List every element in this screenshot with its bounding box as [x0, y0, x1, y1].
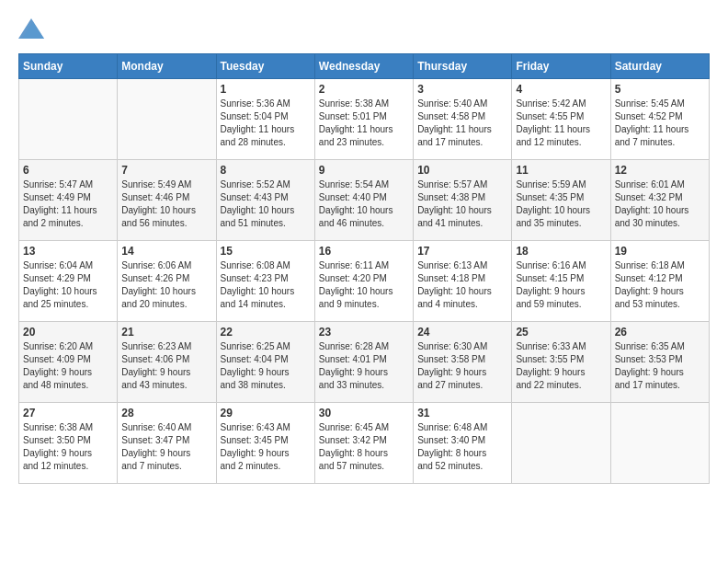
day-number: 2 — [319, 83, 409, 96]
day-content: Sunrise: 6:06 AMSunset: 4:26 PMDaylight:… — [121, 259, 211, 311]
day-content: Sunrise: 6:45 AMSunset: 3:42 PMDaylight:… — [319, 421, 409, 473]
calendar-cell: 23Sunrise: 6:28 AMSunset: 4:01 PMDayligh… — [314, 322, 413, 403]
calendar-cell: 13Sunrise: 6:04 AMSunset: 4:29 PMDayligh… — [19, 241, 118, 322]
calendar-cell: 17Sunrise: 6:13 AMSunset: 4:18 PMDayligh… — [414, 241, 512, 322]
day-number: 30 — [319, 407, 409, 419]
day-content: Sunrise: 6:28 AMSunset: 4:01 PMDaylight:… — [319, 340, 409, 392]
header-day-tuesday: Tuesday — [216, 54, 314, 79]
day-content: Sunrise: 6:23 AMSunset: 4:06 PMDaylight:… — [121, 340, 211, 392]
calendar-cell: 30Sunrise: 6:45 AMSunset: 3:42 PMDayligh… — [314, 403, 413, 484]
calendar-cell: 9Sunrise: 5:54 AMSunset: 4:40 PMDaylight… — [314, 160, 413, 241]
calendar-cell: 16Sunrise: 6:11 AMSunset: 4:20 PMDayligh… — [314, 241, 413, 322]
calendar-cell: 29Sunrise: 6:43 AMSunset: 3:45 PMDayligh… — [216, 403, 314, 484]
day-content: Sunrise: 6:18 AMSunset: 4:12 PMDaylight:… — [615, 259, 705, 311]
day-content: Sunrise: 5:36 AMSunset: 5:04 PMDaylight:… — [221, 98, 311, 149]
day-number: 3 — [417, 83, 507, 96]
calendar-cell: 7Sunrise: 5:49 AMSunset: 4:46 PMDaylight… — [118, 160, 216, 241]
calendar-cell: 5Sunrise: 5:45 AMSunset: 4:52 PMDaylight… — [610, 79, 709, 160]
calendar-cell: 12Sunrise: 6:01 AMSunset: 4:32 PMDayligh… — [610, 160, 709, 241]
calendar-week-row: 6Sunrise: 5:47 AMSunset: 4:49 PMDaylight… — [19, 160, 710, 241]
calendar-cell: 26Sunrise: 6:35 AMSunset: 3:53 PMDayligh… — [610, 322, 709, 403]
calendar-cell: 20Sunrise: 6:20 AMSunset: 4:09 PMDayligh… — [19, 322, 118, 403]
calendar-cell: 3Sunrise: 5:40 AMSunset: 4:58 PMDaylight… — [414, 79, 512, 160]
day-content: Sunrise: 6:40 AMSunset: 3:47 PMDaylight:… — [121, 421, 211, 473]
day-content: Sunrise: 5:52 AMSunset: 4:43 PMDaylight:… — [221, 178, 311, 230]
header-day-saturday: Saturday — [610, 54, 709, 79]
day-number: 8 — [221, 164, 311, 177]
day-content: Sunrise: 6:11 AMSunset: 4:20 PMDaylight:… — [319, 259, 409, 311]
calendar-cell: 21Sunrise: 6:23 AMSunset: 4:06 PMDayligh… — [118, 322, 216, 403]
day-number: 20 — [23, 326, 113, 339]
day-content: Sunrise: 6:43 AMSunset: 3:45 PMDaylight:… — [221, 421, 311, 473]
day-number: 10 — [417, 164, 507, 177]
day-content: Sunrise: 5:57 AMSunset: 4:38 PMDaylight:… — [417, 178, 507, 230]
day-content: Sunrise: 6:04 AMSunset: 4:29 PMDaylight:… — [23, 259, 113, 311]
calendar-cell: 18Sunrise: 6:16 AMSunset: 4:15 PMDayligh… — [512, 241, 610, 322]
header-day-monday: Monday — [118, 54, 216, 79]
calendar-cell: 19Sunrise: 6:18 AMSunset: 4:12 PMDayligh… — [610, 241, 709, 322]
day-number: 13 — [23, 245, 113, 258]
day-content: Sunrise: 6:38 AMSunset: 3:50 PMDaylight:… — [23, 421, 113, 473]
calendar-cell: 11Sunrise: 5:59 AMSunset: 4:35 PMDayligh… — [512, 160, 610, 241]
day-content: Sunrise: 6:01 AMSunset: 4:32 PMDaylight:… — [615, 178, 705, 230]
header-day-sunday: Sunday — [19, 54, 118, 79]
day-content: Sunrise: 6:20 AMSunset: 4:09 PMDaylight:… — [23, 340, 113, 392]
day-number: 21 — [121, 326, 211, 339]
day-number: 29 — [221, 407, 311, 419]
calendar-cell: 22Sunrise: 6:25 AMSunset: 4:04 PMDayligh… — [216, 322, 314, 403]
calendar-cell — [610, 403, 709, 484]
calendar-cell: 10Sunrise: 5:57 AMSunset: 4:38 PMDayligh… — [414, 160, 512, 241]
day-content: Sunrise: 6:08 AMSunset: 4:23 PMDaylight:… — [221, 259, 311, 311]
calendar-cell — [118, 79, 216, 160]
day-content: Sunrise: 6:13 AMSunset: 4:18 PMDaylight:… — [417, 259, 507, 311]
logo-icon — [18, 18, 44, 39]
calendar-cell: 14Sunrise: 6:06 AMSunset: 4:26 PMDayligh… — [118, 241, 216, 322]
calendar-cell — [19, 79, 118, 160]
day-content: Sunrise: 6:30 AMSunset: 3:58 PMDaylight:… — [417, 340, 507, 392]
logo — [18, 18, 48, 39]
day-number: 7 — [121, 164, 211, 177]
calendar-week-row: 20Sunrise: 6:20 AMSunset: 4:09 PMDayligh… — [19, 322, 710, 403]
day-number: 28 — [121, 407, 211, 419]
calendar-cell: 6Sunrise: 5:47 AMSunset: 4:49 PMDaylight… — [19, 160, 118, 241]
calendar-cell — [512, 403, 610, 484]
day-content: Sunrise: 5:49 AMSunset: 4:46 PMDaylight:… — [121, 178, 211, 230]
day-number: 18 — [516, 245, 606, 258]
day-number: 14 — [121, 245, 211, 258]
day-content: Sunrise: 5:38 AMSunset: 5:01 PMDaylight:… — [319, 98, 409, 149]
day-content: Sunrise: 5:42 AMSunset: 4:55 PMDaylight:… — [516, 98, 606, 149]
calendar-header-row: SundayMondayTuesdayWednesdayThursdayFrid… — [19, 54, 710, 79]
day-number: 23 — [319, 326, 409, 339]
calendar-cell: 8Sunrise: 5:52 AMSunset: 4:43 PMDaylight… — [216, 160, 314, 241]
day-number: 6 — [23, 164, 113, 177]
day-content: Sunrise: 5:47 AMSunset: 4:49 PMDaylight:… — [23, 178, 113, 230]
day-content: Sunrise: 6:33 AMSunset: 3:55 PMDaylight:… — [516, 340, 606, 392]
day-number: 22 — [221, 326, 311, 339]
calendar-cell: 27Sunrise: 6:38 AMSunset: 3:50 PMDayligh… — [19, 403, 118, 484]
day-number: 1 — [221, 83, 311, 96]
calendar-cell: 4Sunrise: 5:42 AMSunset: 4:55 PMDaylight… — [512, 79, 610, 160]
calendar-week-row: 1Sunrise: 5:36 AMSunset: 5:04 PMDaylight… — [19, 79, 710, 160]
day-number: 27 — [23, 407, 113, 419]
day-number: 16 — [319, 245, 409, 258]
day-number: 4 — [516, 83, 606, 96]
calendar-cell: 24Sunrise: 6:30 AMSunset: 3:58 PMDayligh… — [414, 322, 512, 403]
day-number: 12 — [615, 164, 705, 177]
header-day-wednesday: Wednesday — [314, 54, 413, 79]
day-number: 15 — [221, 245, 311, 258]
day-number: 24 — [417, 326, 507, 339]
calendar-table: SundayMondayTuesdayWednesdayThursdayFrid… — [18, 53, 710, 484]
calendar-week-row: 13Sunrise: 6:04 AMSunset: 4:29 PMDayligh… — [19, 241, 710, 322]
day-content: Sunrise: 6:25 AMSunset: 4:04 PMDaylight:… — [221, 340, 311, 392]
day-content: Sunrise: 5:54 AMSunset: 4:40 PMDaylight:… — [319, 178, 409, 230]
calendar-cell: 31Sunrise: 6:48 AMSunset: 3:40 PMDayligh… — [414, 403, 512, 484]
calendar-cell: 28Sunrise: 6:40 AMSunset: 3:47 PMDayligh… — [118, 403, 216, 484]
day-number: 9 — [319, 164, 409, 177]
day-number: 5 — [615, 83, 705, 96]
day-content: Sunrise: 6:48 AMSunset: 3:40 PMDaylight:… — [417, 421, 507, 473]
day-number: 19 — [615, 245, 705, 258]
day-content: Sunrise: 6:35 AMSunset: 3:53 PMDaylight:… — [615, 340, 705, 392]
day-content: Sunrise: 5:59 AMSunset: 4:35 PMDaylight:… — [516, 178, 606, 230]
day-number: 17 — [417, 245, 507, 258]
header-day-thursday: Thursday — [414, 54, 512, 79]
